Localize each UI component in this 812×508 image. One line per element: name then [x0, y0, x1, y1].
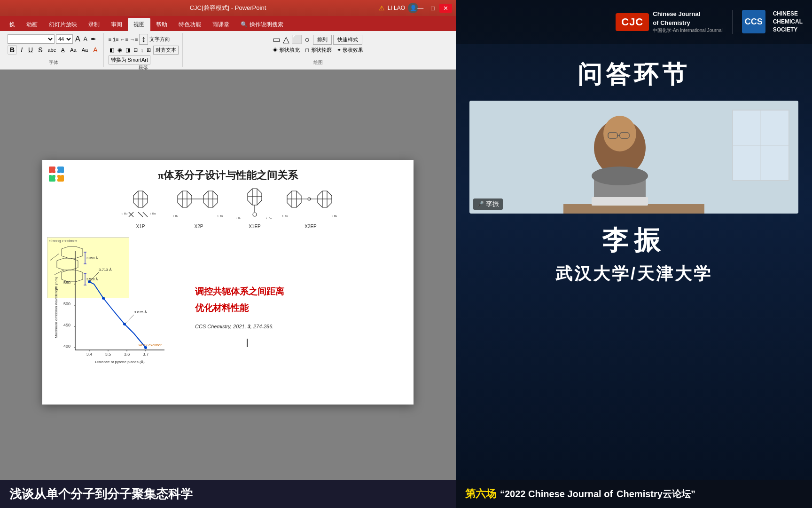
svg-text:Bu: Bu — [334, 214, 337, 217]
numlist-btn[interactable]: 1≡ — [113, 37, 119, 42]
tab-review[interactable]: 审阅 — [105, 18, 128, 31]
ccs-shield: CCS — [742, 10, 765, 33]
svg-text:500: 500 — [63, 302, 70, 306]
svg-text:400: 400 — [63, 344, 70, 349]
ccs-logo: CCS CHINESE CHEMICAL SOCIETY — [732, 10, 803, 33]
font-size-selector[interactable]: 44 — [56, 34, 73, 44]
arrange-btn[interactable]: 排列 — [313, 35, 332, 45]
indent-less-btn[interactable]: ←≡ — [120, 37, 128, 42]
tab-record[interactable]: 录制 — [83, 18, 105, 31]
charspacing-btn[interactable]: Aa — [68, 47, 78, 53]
align-left-btn[interactable]: ◧ — [109, 47, 115, 54]
increase-font-btn[interactable]: A — [74, 34, 81, 44]
align-center-btn[interactable]: ◉ — [117, 47, 123, 54]
clear-format-btn[interactable]: ✒ — [90, 34, 97, 44]
italic-btn[interactable]: I — [18, 45, 25, 55]
strong-excimer-label: strong excimer — [47, 238, 129, 244]
molecules-row: tBu tBu X1P — [47, 186, 409, 233]
maximize-btn[interactable]: □ — [428, 4, 437, 13]
user-name: LI LAO — [388, 5, 405, 11]
quick-styles-btn[interactable]: 快速样式 — [333, 35, 362, 45]
shape-outline-btn[interactable]: ◻ 形状轮廓 — [303, 46, 333, 54]
minimize-btn[interactable]: — — [414, 4, 426, 13]
window-controls[interactable]: — □ ✕ — [414, 0, 456, 16]
svg-text:550: 550 — [63, 280, 70, 285]
x1p-label: X1P — [136, 224, 145, 229]
subscript-btn[interactable]: abc — [46, 47, 58, 53]
svg-text:3.5: 3.5 — [105, 352, 111, 357]
svg-text:t: t — [282, 214, 283, 217]
font-group-label: 字体 — [49, 59, 58, 66]
font-group: 44 A A ✒ B I U S abc A̲ Aa Aa A — [4, 33, 104, 67]
ccs-badge-block: CCS — [742, 10, 765, 33]
text-direction-btn[interactable]: ↕ — [139, 34, 148, 45]
svg-text:Maximum emission wavelength (n: Maximum emission wavelength (nm) — [54, 277, 58, 338]
align-right-btn[interactable]: ◨ — [125, 47, 131, 54]
strikethrough-btn[interactable]: S — [36, 46, 44, 54]
speaker-name: 李振 — [602, 223, 666, 259]
shape-effects-btn[interactable]: ✦ 形状效果 — [335, 46, 365, 54]
ccs-line2: CHEMICAL — [773, 18, 803, 26]
align-text-btn[interactable]: 对齐文本 — [153, 46, 179, 55]
graph-area: strong excimer — [47, 237, 186, 376]
cols-btn[interactable]: ⊞ — [146, 47, 152, 54]
qa-section: 问答环节 — [578, 58, 690, 91]
tab-rain[interactable]: 雨课堂 — [207, 18, 235, 31]
event-bar: 第六场 “2022 Chinese Journal of Chemistry云论… — [456, 480, 812, 508]
linespacing-btn[interactable]: ↕ — [140, 47, 145, 54]
puzzle-icon — [48, 166, 65, 185]
fontcolor-btn[interactable]: A̲ — [59, 47, 67, 54]
drawing-group-label: 绘图 — [313, 59, 323, 66]
underline-btn[interactable]: U — [26, 46, 35, 54]
x2p-svg: t Bu t Bu — [171, 186, 227, 224]
justify-btn[interactable]: ⊟ — [133, 47, 139, 54]
citation-journal: CCS Chemistry — [195, 324, 230, 329]
font-selector[interactable] — [8, 34, 55, 44]
shape-fill-btn[interactable]: ◈ 形状填充 — [271, 46, 302, 54]
svg-text:Bu: Bu — [285, 214, 288, 217]
tab-special[interactable]: 特色功能 — [173, 18, 207, 31]
decrease-font-btn[interactable]: A — [83, 35, 88, 43]
fontcase-btn[interactable]: Aa — [80, 47, 90, 53]
video-name-badge: 🎤 李振 — [473, 198, 503, 210]
x2ep-svg: t Bu t Bu — [282, 186, 339, 224]
svg-text:3.4: 3.4 — [86, 352, 93, 357]
para-row-3: 转换为 SmartArt — [109, 56, 179, 64]
svg-text:t: t — [173, 214, 174, 217]
event-number: 第六场 — [465, 487, 496, 501]
title-bar-user: ⚠ LI LAO 👤 — [379, 0, 418, 16]
paragraph-group: ≡ 1≡ ←≡ →≡ ↕ 文字方向 ◧ ◉ ◨ ⊟ ↕ ⊞ 对齐文本 — [105, 33, 183, 67]
slide-area: π体系分子设计与性能之间关系 — [0, 70, 456, 495]
ccs-text-block: CHINESE CHEMICAL SOCIETY — [773, 10, 803, 33]
shapes-palette[interactable]: ▭ △ ⬜ ○ — [271, 34, 312, 45]
tab-huan[interactable]: 换 — [4, 18, 21, 31]
drawing-group-content: ▭ △ ⬜ ○ 排列 快速样式 ◈ 形状填充 ◻ 形状轮廓 ✦ 形状效果 — [271, 34, 365, 59]
right-panel: CJC Chinese Journal of Chemistry 中国化学·An… — [456, 0, 812, 508]
svg-text:Bu: Bu — [238, 217, 241, 220]
close-btn[interactable]: ✕ — [439, 4, 452, 13]
tab-search[interactable]: 🔍 操作说明搜索 — [235, 18, 289, 31]
tab-slideshow[interactable]: 幻灯片放映 — [43, 18, 83, 31]
lecture-title: 浅谈从单个分子到分子聚集态科学 — [9, 486, 193, 502]
tab-help[interactable]: 帮助 — [150, 18, 173, 31]
svg-text:3.7: 3.7 — [143, 352, 149, 357]
svg-text:3.675 Å: 3.675 Å — [134, 310, 147, 314]
svg-text:3.713 Å: 3.713 Å — [99, 268, 112, 272]
svg-point-5 — [51, 173, 54, 175]
list-btn[interactable]: ≡ — [109, 37, 111, 42]
svg-text:Bu: Bu — [175, 214, 178, 217]
tab-animation[interactable]: 动画 — [21, 18, 43, 31]
main-text-line1: 调控共轭体系之间距离 — [195, 284, 409, 300]
text-highlight-btn[interactable]: A — [91, 46, 99, 54]
svg-line-14 — [138, 212, 143, 217]
bold-btn[interactable]: B — [8, 45, 17, 55]
text-cursor — [247, 339, 248, 347]
svg-point-6 — [59, 173, 62, 175]
x1ep-label: X1EP — [249, 224, 261, 229]
tab-view[interactable]: 视图 — [128, 18, 150, 31]
indent-more-btn[interactable]: →≡ — [130, 37, 138, 42]
convert-smartart-btn[interactable]: 转换为 SmartArt — [109, 56, 150, 64]
svg-point-110 — [592, 167, 648, 185]
slide-canvas[interactable]: π体系分子设计与性能之间关系 — [42, 160, 414, 405]
font-row-2: B I U S abc A̲ Aa Aa A — [8, 45, 100, 55]
